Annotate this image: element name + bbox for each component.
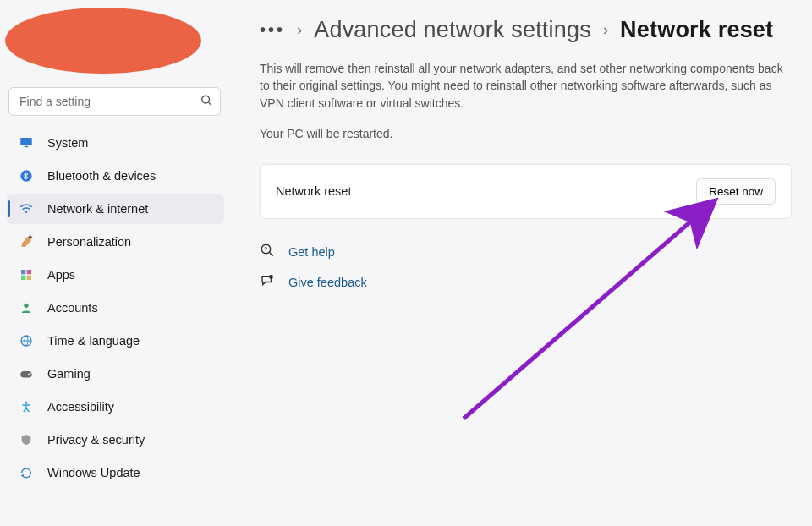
svg-point-0 [202, 96, 210, 103]
sidebar-item-label: Network & internet [47, 202, 148, 216]
accessibility-icon [19, 399, 34, 414]
sidebar-item-label: Apps [47, 268, 75, 282]
sidebar-item-label: Time & language [47, 334, 140, 348]
svg-point-16 [25, 402, 28, 404]
sidebar-item-apps[interactable]: Apps [7, 260, 224, 290]
sidebar-item-label: Personalization [47, 235, 131, 249]
svg-point-14 [28, 374, 30, 375]
svg-point-15 [30, 372, 31, 374]
svg-point-20 [269, 275, 273, 279]
sidebar-item-accounts[interactable]: Accounts [7, 293, 224, 323]
help-icon: ? [260, 243, 275, 261]
restart-note: Your PC will be restarted. [260, 127, 792, 140]
svg-point-5 [25, 211, 27, 213]
sidebar-item-windows-update[interactable]: Windows Update [7, 458, 224, 488]
sidebar: System Bluetooth & devices Network & int… [0, 0, 231, 526]
network-reset-card: Network reset Reset now [260, 164, 792, 219]
nav-list: System Bluetooth & devices Network & int… [5, 128, 226, 490]
person-icon [19, 300, 34, 315]
get-help-link[interactable]: Get help [288, 245, 335, 259]
sidebar-item-label: Privacy & security [47, 433, 145, 447]
user-avatar-redacted [5, 8, 201, 74]
card-title: Network reset [276, 184, 351, 198]
brush-icon [19, 234, 34, 249]
svg-rect-7 [21, 270, 25, 274]
svg-line-18 [269, 252, 273, 256]
svg-rect-13 [20, 371, 32, 378]
main-content: ••• › Advanced network settings › Networ… [231, 0, 812, 526]
sidebar-item-label: Gaming [47, 367, 91, 381]
give-feedback-row[interactable]: Give feedback [260, 273, 792, 292]
gamepad-icon [19, 366, 34, 381]
sidebar-item-gaming[interactable]: Gaming [7, 359, 224, 389]
breadcrumb: ••• › Advanced network settings › Networ… [260, 17, 792, 43]
shield-icon [19, 432, 34, 447]
search-container [8, 87, 221, 116]
svg-rect-10 [27, 276, 31, 280]
sidebar-item-label: Windows Update [47, 466, 140, 479]
sidebar-item-accessibility[interactable]: Accessibility [7, 392, 224, 422]
svg-rect-2 [20, 138, 32, 145]
svg-line-1 [209, 102, 212, 106]
apps-icon [19, 267, 34, 282]
feedback-icon [260, 273, 275, 292]
breadcrumb-prev[interactable]: Advanced network settings [314, 17, 591, 43]
svg-point-11 [24, 304, 28, 308]
sidebar-item-time-language[interactable]: Time & language [7, 326, 224, 356]
monitor-icon [19, 135, 34, 151]
svg-text:?: ? [264, 246, 267, 252]
sidebar-item-label: Accessibility [47, 400, 114, 414]
breadcrumb-more-icon[interactable]: ••• [260, 20, 285, 40]
give-feedback-link[interactable]: Give feedback [288, 276, 367, 289]
page-title: Network reset [620, 17, 773, 43]
wifi-icon [19, 201, 34, 216]
svg-rect-8 [27, 270, 31, 274]
sidebar-item-personalization[interactable]: Personalization [7, 227, 224, 257]
sidebar-item-privacy[interactable]: Privacy & security [7, 425, 224, 455]
globe-icon [19, 333, 34, 348]
chevron-right-icon: › [603, 21, 608, 39]
sidebar-item-label: Accounts [47, 301, 98, 315]
sidebar-item-bluetooth[interactable]: Bluetooth & devices [7, 161, 224, 191]
sidebar-item-label: System [47, 136, 88, 150]
sidebar-item-system[interactable]: System [7, 128, 224, 158]
help-links: ? Get help Give feedback [260, 243, 792, 292]
sidebar-item-label: Bluetooth & devices [47, 169, 156, 183]
bluetooth-icon [19, 168, 34, 184]
svg-rect-9 [21, 276, 25, 280]
svg-rect-3 [25, 146, 29, 148]
page-description: This will remove then reinstall all your… [260, 60, 792, 112]
update-icon [19, 465, 34, 480]
reset-now-button[interactable]: Reset now [696, 178, 776, 205]
chevron-right-icon: › [297, 21, 302, 39]
sidebar-item-network[interactable]: Network & internet [7, 194, 224, 224]
get-help-row[interactable]: ? Get help [260, 243, 792, 261]
search-icon [200, 95, 212, 109]
search-input[interactable] [8, 87, 221, 116]
